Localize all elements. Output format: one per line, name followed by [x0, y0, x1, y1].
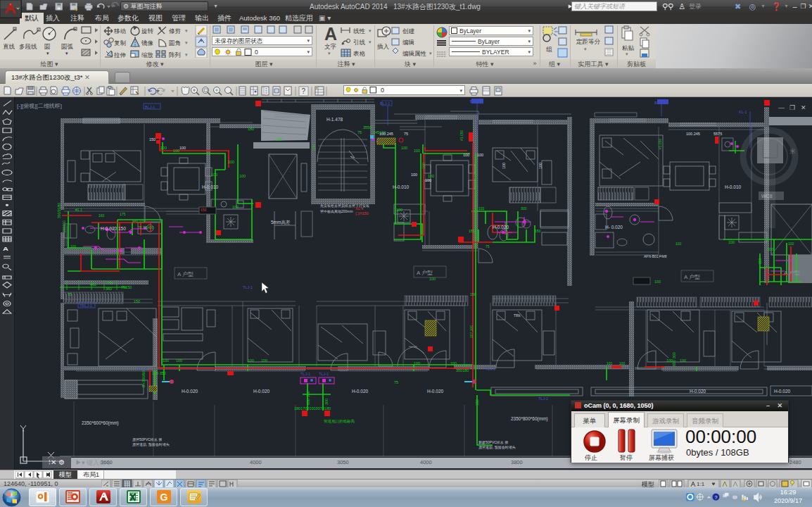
svg-text:100: 100 — [176, 358, 182, 363]
svg-text:?: ? — [302, 87, 306, 95]
svg-text:150: 150 — [535, 229, 541, 233]
svg-text:A 户型: A 户型 — [684, 274, 700, 280]
svg-text:a=0.109: a=0.109 — [132, 219, 145, 223]
svg-text:TLJ-1: TLJ-1 — [486, 367, 495, 371]
svg-text:100: 100 — [312, 144, 316, 151]
svg-text:100: 100 — [411, 173, 417, 177]
svg-text:TLJ-1: TLJ-1 — [137, 367, 147, 371]
svg-text:A: A — [3, 245, 8, 251]
svg-text:H-0.020: H-0.020 — [182, 389, 198, 394]
svg-text:100: 100 — [654, 280, 661, 284]
svg-text:100.245: 100.245 — [379, 132, 393, 136]
svg-text:H-0.020: H-0.020 — [427, 389, 444, 394]
svg-text:—: — — [778, 104, 785, 111]
svg-text:100: 100 — [425, 178, 431, 182]
svg-text:原管道前, 预留临时堵头: 原管道前, 预留临时堵头 — [478, 445, 516, 450]
svg-text:2350*800*60(mm): 2350*800*60(mm) — [511, 416, 548, 422]
svg-text:H-0.020: H-0.020 — [352, 389, 369, 394]
svg-text:100: 100 — [619, 361, 626, 365]
svg-text:100: 100 — [261, 358, 267, 363]
svg-text:150: 150 — [149, 137, 156, 142]
svg-text:#1.050: #1.050 — [658, 138, 662, 149]
svg-text:100: 100 — [421, 163, 426, 169]
svg-text:H-0.020: H-0.020 — [493, 225, 509, 230]
svg-text:180 350: 180 350 — [152, 371, 166, 375]
svg-text:XL-s: XL-s — [355, 206, 364, 211]
svg-text:H-0.020: H-0.020 — [774, 389, 791, 394]
svg-text:75: 75 — [404, 132, 408, 136]
svg-text:78 7/5400: 78 7/5400 — [138, 225, 153, 230]
svg-text:300: 300 — [324, 399, 329, 405]
svg-text:360: 360 — [106, 287, 112, 291]
svg-text:H-0.020: H-0.020 — [253, 389, 270, 394]
svg-text:100: 100 — [414, 361, 420, 365]
svg-text:150: 150 — [758, 258, 762, 264]
svg-text:100: 100 — [450, 361, 457, 365]
svg-text:口H150: 口H150 — [355, 211, 369, 216]
svg-text:TLJ-1: TLJ-1 — [243, 285, 253, 289]
svg-text:460: 460 — [90, 282, 96, 287]
svg-text:5575: 5575 — [713, 132, 722, 136]
svg-text:150: 150 — [134, 299, 140, 303]
svg-text:?: ? — [714, 494, 717, 501]
svg-text:H- 0.020: H- 0.020 — [605, 225, 623, 230]
svg-text:BLJ-1: BLJ-1 — [145, 105, 155, 109]
svg-text:750: 750 — [107, 281, 113, 285]
svg-text:[-][俯视][二维线框]: [-][俯视][二维线框] — [17, 103, 62, 109]
svg-text:180: 180 — [248, 127, 254, 131]
svg-text:107,100: 107,100 — [469, 325, 474, 338]
svg-text:100: 100 — [680, 358, 686, 363]
svg-text:管中标高离地200mm: 管中标高离地200mm — [320, 209, 353, 214]
svg-text:A 户型: A 户型 — [417, 270, 433, 276]
svg-text:18017020303070180: 18017020303070180 — [294, 406, 331, 411]
svg-text:✕: ✕ — [801, 104, 806, 111]
svg-text:H-0.020 150: H-0.020 150 — [101, 226, 126, 231]
svg-text:#1.050: #1.050 — [459, 130, 464, 141]
svg-text:1:1: 1:1 — [697, 481, 705, 487]
svg-text:650 300: 650 300 — [306, 391, 310, 405]
svg-text:350/20/60: 350/20/60 — [57, 203, 61, 218]
svg-text:100: 100 — [228, 160, 234, 164]
svg-text:75150: 75150 — [121, 285, 132, 289]
svg-text:100: 100 — [478, 206, 485, 211]
svg-text:A 户型: A 户型 — [784, 270, 800, 276]
svg-text:H-0.010: H-0.010 — [725, 184, 742, 189]
svg-text:100: 100 — [477, 153, 483, 157]
svg-text:A 户型: A 户型 — [177, 271, 194, 277]
svg-text:米: 米 — [789, 148, 796, 155]
svg-text:TLJ-1: TLJ-1 — [319, 372, 329, 376]
svg-text:200150: 200150 — [62, 220, 66, 232]
svg-text:150: 150 — [470, 292, 476, 296]
svg-text:100: 100 — [728, 240, 735, 244]
svg-text:100: 100 — [788, 242, 794, 246]
svg-text:2350*600*60(mm): 2350*600*60(mm) — [82, 420, 119, 426]
svg-text:5mm高差: 5mm高差 — [271, 220, 291, 225]
svg-text:100: 100 — [675, 242, 682, 246]
svg-text:100: 100 — [211, 173, 217, 177]
svg-text:150: 150 — [475, 399, 479, 406]
svg-text:H-0.020: H-0.020 — [690, 389, 706, 394]
svg-text:160: 160 — [99, 213, 105, 218]
svg-text:原管道前, 预留临时堵头: 原管道前, 预留临时堵头 — [132, 442, 170, 447]
svg-text:100: 100 — [248, 358, 254, 363]
svg-text:TRLJ-1: TRLJ-1 — [80, 303, 92, 308]
svg-text:75: 75 — [68, 292, 72, 296]
svg-text:H-1.478: H-1.478 — [326, 117, 343, 122]
svg-text:100: 100 — [607, 361, 613, 365]
svg-text:100: 100 — [70, 244, 77, 249]
svg-text:650 300: 650 300 — [672, 352, 676, 366]
svg-text:BLJ-1: BLJ-1 — [380, 101, 390, 106]
svg-text:75: 75 — [357, 130, 362, 134]
svg-text:#1.1: #1.1 — [75, 208, 82, 212]
svg-text:100: 100 — [414, 149, 420, 153]
svg-text:KL-1: KL-1 — [739, 110, 747, 114]
svg-text:H-0.010: H-0.010 — [393, 184, 410, 189]
svg-text:AFN-B01户M8: AFN-B01户M8 — [644, 254, 667, 258]
svg-text:B+350/60: B+350/60 — [141, 370, 146, 387]
svg-text:TLJ-2: TLJ-2 — [538, 396, 548, 401]
svg-text:新建50PVC排水 接: 新建50PVC排水 接 — [478, 440, 508, 445]
svg-text:100: 100 — [232, 205, 239, 209]
svg-text:100: 100 — [396, 208, 402, 212]
svg-text:150: 150 — [201, 208, 207, 212]
svg-text:100: 100 — [767, 247, 773, 251]
